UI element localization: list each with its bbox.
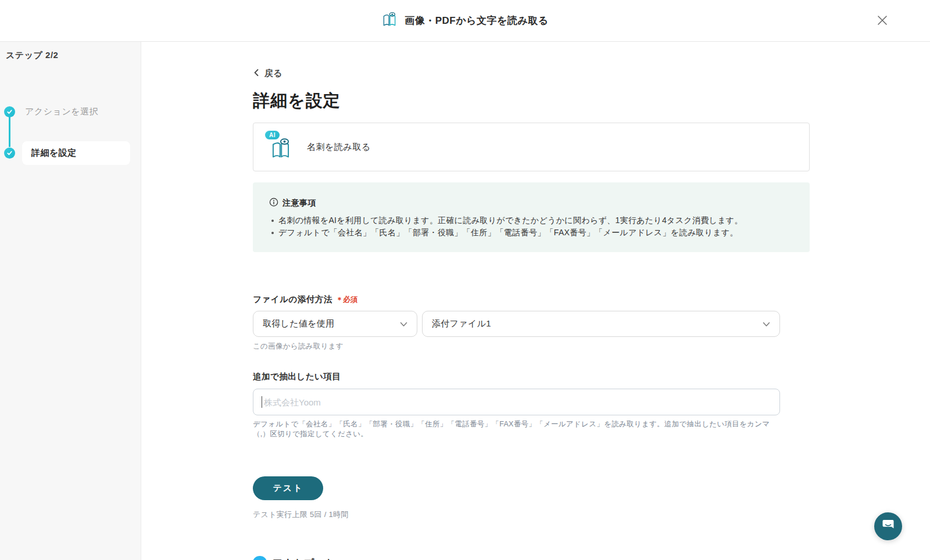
steps-sidebar: ステップ 2/2 アクションを選択 詳細を設定 [0,42,141,560]
ai-badge: AI [265,131,280,139]
chat-widget-button[interactable] [874,512,902,540]
chevron-down-icon [400,319,407,329]
selected-action-card[interactable]: AI 名刺を読み取る [253,123,810,171]
back-link[interactable]: 戻る [253,68,282,79]
attach-method-select[interactable]: 取得した値を使用 [253,311,417,337]
check-icon [4,106,15,117]
notice-item: デフォルトで「会社名」「氏名」「部署・役職」「住所」「電話番号」「FAX番号」「… [269,227,793,239]
chat-bubble-icon [881,518,896,535]
test-limit-text: テスト実行上限 5回 / 1時間 [253,509,810,520]
attach-helper-text: この画像から読み取ります [253,342,810,351]
notice-title: 注意事項 [282,198,316,209]
output-section-header: ✦ アウトプット [253,556,810,560]
text-caret [262,396,262,408]
info-icon [269,198,278,209]
file-attach-section: ファイルの添付方法 ＊必須 取得した値を使用 添付ファイル1 [253,294,810,351]
extra-items-input[interactable] [253,389,780,415]
output-icon: ✦ [253,556,267,560]
sidebar-item-configure-details[interactable]: 詳細を設定 [0,141,130,165]
extra-items-section: 追加で抽出したい項目 デフォルトで「会社名」「氏名」「部署・役職」「住所」「電話… [253,371,810,439]
extra-helper-text: デフォルトで「会社名」「氏名」「部署・役職」「住所」「電話番号」「FAX番号」「… [253,419,780,439]
step-label-active: 詳細を設定 [22,141,130,165]
book-eye-icon [381,12,398,30]
notice-box: 注意事項 名刺の情報をAIを利用して読み取ります。正確に読み取りができたかどうか… [253,182,810,252]
action-card-label: 名刺を読み取る [307,142,371,153]
check-icon [4,148,15,159]
field-label: ファイルの添付方法 [253,294,332,305]
close-button[interactable] [873,12,892,30]
modal-header: 画像・PDFから文字を読み取る [0,0,930,42]
step-counter: ステップ 2/2 [0,42,141,61]
sidebar-item-select-action[interactable]: アクションを選択 [0,106,130,117]
required-badge: ＊必須 [336,295,358,305]
attach-file-select[interactable]: 添付ファイル1 [422,311,780,337]
modal-title: 画像・PDFから文字を読み取る [405,14,549,27]
test-button[interactable]: テスト [253,476,323,500]
page-title: 詳細を設定 [253,89,810,113]
ai-book-eye-icon: AI [267,132,293,162]
step-label: アクションを選択 [25,106,98,117]
notice-item: 名刺の情報をAIを利用して読み取ります。正確に読み取りができたかどうかに関わらず… [269,214,793,227]
notice-list: 名刺の情報をAIを利用して読み取ります。正確に読み取りができたかどうかに関わらず… [269,214,793,239]
main-panel: 戻る 詳細を設定 AI 名刺を読み取る [141,42,930,560]
chevron-down-icon [763,319,770,329]
field-label: 追加で抽出したい項目 [253,371,341,382]
output-title: アウトプット [273,557,335,560]
chevron-left-icon [253,69,260,78]
ocr-action-settings-modal: 画像・PDFから文字を読み取る ステップ 2/2 アクションを選択 詳細を設定 [0,0,930,560]
close-icon [875,13,889,29]
